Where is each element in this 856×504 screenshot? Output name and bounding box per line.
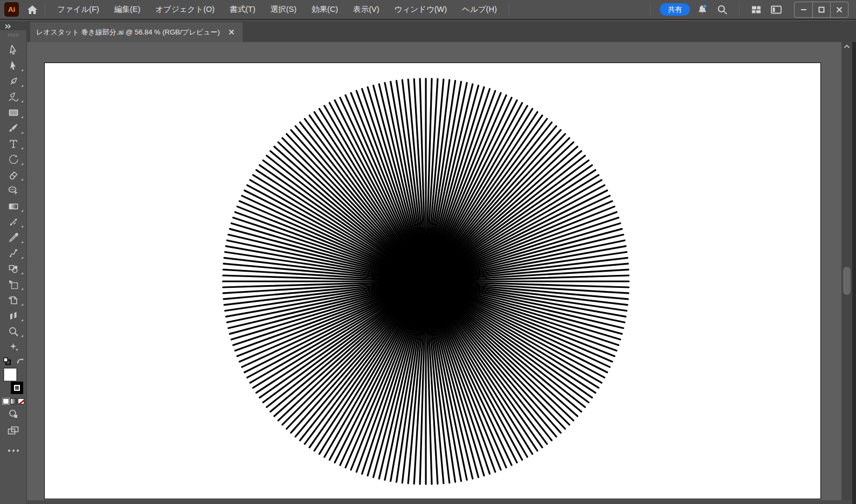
edit-toolbar-button[interactable] [8,450,19,452]
pen-tool[interactable] [2,73,25,89]
horizontal-scrollbar[interactable] [27,500,852,504]
perspective-grid-tool[interactable] [2,308,25,323]
draw-mode-icon [8,409,19,419]
vertical-scrollbar[interactable] [841,42,852,500]
rectangle-tool[interactable] [2,105,25,120]
maximize-button[interactable] [812,2,830,17]
stroke-color-swatch[interactable] [11,382,23,394]
artboard-tool[interactable] [2,292,25,308]
pen-nib-icon [8,75,19,87]
magnifier-icon [8,326,19,337]
curvature-pen-icon [8,91,19,103]
shape-builder-icon [8,263,19,275]
screen-mode-icon [7,425,20,436]
wand-sparkle-tool[interactable] [2,339,25,355]
selection-arrow-icon [8,44,19,56]
close-icon [229,29,234,35]
share-button[interactable]: 共有 [660,3,690,16]
document-tab-bar: レオスタット 巻き線部分.ai @ 56.84 % (RGB/プレビュー) [0,21,856,42]
type-tool[interactable] [2,136,25,151]
blend-tool[interactable] [2,245,25,261]
arrange-documents-button[interactable] [749,2,764,17]
direct-selection-arrow-icon [8,60,19,72]
menu-type[interactable]: 書式(T) [222,0,263,19]
menubar-divider [739,3,740,16]
menu-window[interactable]: ウィンドウ(W) [387,0,455,19]
scroll-up-icon[interactable] [844,44,850,49]
shape-builder-tool[interactable] [2,261,25,277]
transform-frame-icon [8,279,19,291]
window-right-edge [852,42,856,504]
close-icon [836,6,843,13]
arrange-documents-icon [750,4,762,16]
gradient-swatch-icon [8,201,19,212]
notifications-button[interactable] [695,2,710,17]
shaper-tool[interactable] [2,183,25,198]
artboard[interactable] [44,63,821,499]
workspace-icon [770,4,783,16]
direct-selection-tool[interactable] [2,58,25,73]
gradient-tool[interactable] [2,198,25,214]
artboard-page-icon [8,294,19,306]
document-tab[interactable]: レオスタット 巻き線部分.ai @ 56.84 % (RGB/プレビュー) [30,22,243,42]
bell-icon [696,4,708,16]
perspective-bars-icon [8,310,19,322]
default-fill-stroke-icon[interactable] [3,357,11,365]
home-button[interactable] [24,2,40,17]
radial-burst-artwork [45,63,820,499]
draw-mode-button[interactable] [2,407,25,421]
menu-view[interactable]: 表示(V) [346,0,386,19]
paintbrush-tool[interactable] [2,120,25,136]
minimize-icon [800,6,807,13]
menu-help[interactable]: ヘルプ(H) [454,0,505,19]
fill-stroke-mini-controls [3,357,24,365]
scale-arrows-icon [8,216,19,228]
swap-fill-stroke-icon[interactable] [16,357,24,365]
curvature-tool[interactable] [2,89,25,105]
maximize-icon [818,6,825,13]
toolbar-drag-grip[interactable] [8,33,18,37]
double-chevron-right-icon [4,24,12,29]
rotate-tool[interactable] [2,151,25,167]
none-button[interactable] [18,398,24,404]
screen-mode-button[interactable] [2,424,25,438]
color-mode-buttons [3,398,24,404]
menu-bar: Ai ファイル(F) 編集(E) オブジェクト(O) 書式(T) 選択(S) 効… [0,0,856,20]
eyedropper-icon [8,232,19,244]
color-button[interactable] [3,398,9,404]
menu-select[interactable]: 選択(S) [263,0,304,19]
search-button[interactable] [715,2,730,17]
close-button[interactable] [830,2,848,17]
vertical-scrollbar-thumb[interactable] [843,267,851,295]
rectangle-icon [8,107,19,119]
gradient-button[interactable] [10,398,17,404]
sparkle-icon [8,341,19,353]
shaper-bubble-icon [8,185,19,197]
eraser-icon [8,169,19,181]
menubar-right-cluster: 共有 [646,2,852,18]
zoom-tool[interactable] [2,323,25,339]
minimize-button[interactable] [795,2,812,17]
paintbrush-icon [8,122,19,134]
tab-close-button[interactable] [227,28,236,37]
canvas-pasteboard[interactable] [27,42,856,504]
home-icon [26,4,38,15]
fill-color-swatch[interactable] [3,368,17,382]
menu-file[interactable]: ファイル(F) [50,0,107,19]
menu-edit[interactable]: 編集(E) [107,0,148,19]
collapse-panel-button[interactable] [4,23,13,30]
scale-tool[interactable] [2,214,25,230]
menu-object[interactable]: オブジェクト(O) [148,0,222,19]
blend-curve-icon [8,247,19,259]
illustrator-logo-icon[interactable]: Ai [4,2,19,17]
eraser-tool[interactable] [2,167,25,183]
eyedropper-tool[interactable] [2,230,25,245]
free-transform-tool[interactable] [2,277,25,292]
menubar-divider [509,3,509,16]
tools-panel [0,30,27,504]
illustrator-window: Ai ファイル(F) 編集(E) オブジェクト(O) 書式(T) 選択(S) 効… [0,0,856,504]
selection-tool[interactable] [2,42,25,58]
search-icon [716,4,728,16]
workspace-switcher-button[interactable] [769,2,784,17]
menu-effect[interactable]: 効果(C) [304,0,346,19]
